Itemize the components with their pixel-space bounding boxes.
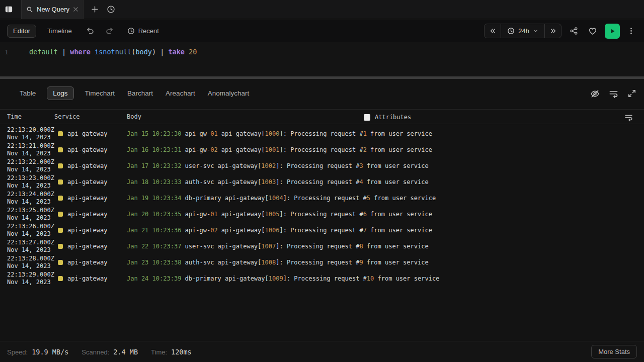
log-body-segment: ]: Processing request # (279, 211, 363, 218)
wrap-lines-button[interactable] (608, 88, 618, 99)
log-row[interactable]: 22:13:23.000ZNov 14, 2023api-gatewayJan … (0, 174, 644, 190)
search-icon (26, 6, 33, 13)
line-number: 1 (0, 48, 17, 56)
log-row[interactable]: 22:13:28.000ZNov 14, 2023api-gatewayJan … (0, 254, 644, 270)
code-token: ) (152, 48, 156, 56)
log-body-segment: ]: Processing request # (279, 146, 363, 153)
log-body-segment: from user service (367, 130, 432, 137)
log-body-segment: 1006 (265, 227, 280, 234)
expand-fullscreen-button[interactable] (627, 88, 637, 99)
log-time: 22:13:28.000Z (7, 255, 54, 263)
log-body-segment: 02 (210, 227, 217, 234)
service-color-dot (58, 163, 63, 168)
view-tab-areachart[interactable]: Areachart (164, 86, 197, 100)
code-token (185, 48, 189, 56)
service-color-dot (58, 244, 63, 249)
redo-button[interactable] (103, 25, 116, 38)
view-tab-anomalychart[interactable]: Anomalychart (206, 86, 251, 100)
undo-button[interactable] (84, 25, 97, 38)
column-header-time[interactable]: Time (0, 113, 54, 120)
log-row[interactable]: 22:13:25.000ZNov 14, 2023api-gatewayJan … (0, 206, 644, 222)
log-body-segment: 5 (367, 195, 370, 202)
log-service-cell: api-gateway (54, 146, 127, 153)
time-range-next-button[interactable] (545, 24, 561, 38)
editor-mode-button[interactable]: Editor (7, 25, 36, 38)
expand-icon (627, 89, 636, 98)
log-body-segment: Jan 21 10:23:36 (127, 227, 181, 234)
log-body-segment: 1007 (261, 243, 276, 250)
service-name: api-gateway (67, 259, 107, 266)
log-row[interactable]: 22:13:20.000ZNov 14, 2023api-gatewayJan … (0, 126, 644, 142)
more-options-button[interactable] (625, 24, 637, 38)
service-name: api-gateway (67, 178, 107, 186)
share-icon (570, 27, 578, 35)
log-body-cell: Jan 20 10:23:35 api-gw-01 api-gateway[10… (127, 211, 644, 218)
log-row[interactable]: 22:13:24.000ZNov 14, 2023api-gatewayJan … (0, 190, 644, 206)
log-body-cell: Jan 23 10:23:38 auth-svc api-gateway[100… (127, 259, 644, 266)
hide-columns-button[interactable] (590, 88, 600, 99)
log-body-segment: Jan 20 10:23:35 (127, 211, 181, 218)
service-name: api-gateway (67, 211, 107, 218)
view-tab-timechart[interactable]: Timechart (84, 86, 117, 100)
log-body-segment: Jan 17 10:23:32 (127, 162, 181, 169)
log-date: Nov 14, 2023 (7, 150, 54, 158)
attributes-toggle[interactable]: Attributes (364, 110, 411, 125)
service-color-dot (58, 147, 63, 152)
log-body-segment: from user service (374, 275, 439, 282)
log-body-segment: 1005 (265, 211, 280, 218)
sidebar-toggle-button[interactable] (0, 0, 17, 19)
recent-button[interactable]: Recent (124, 25, 162, 37)
view-tab-barchart[interactable]: Barchart (126, 86, 154, 100)
view-tab-table[interactable]: Table (18, 86, 37, 100)
eye-off-icon (590, 89, 600, 99)
favorite-button[interactable] (586, 24, 600, 38)
log-service-cell: api-gateway (54, 275, 127, 282)
tab-close-icon[interactable] (73, 6, 78, 14)
code-token: isnotnull (95, 48, 131, 56)
log-body-segment: Jan 16 10:23:31 (127, 146, 181, 153)
time-range-selector[interactable]: 24h (501, 24, 545, 38)
log-row[interactable]: 22:13:22.000ZNov 14, 2023api-gatewayJan … (0, 158, 644, 174)
log-body-segment: 1003 (261, 178, 276, 186)
log-body-cell: Jan 18 10:23:33 auth-svc api-gateway[100… (127, 178, 644, 186)
service-name: api-gateway (67, 162, 107, 169)
log-body-segment: Jan 23 10:23:38 (127, 259, 181, 266)
results-actions (590, 88, 637, 99)
log-body-segment: 02 (210, 146, 217, 153)
log-body-segment: ]: Processing request # (283, 195, 367, 202)
log-row[interactable]: 22:13:26.000ZNov 14, 2023api-gatewayJan … (0, 222, 644, 238)
time-range-prev-button[interactable] (485, 24, 501, 38)
run-query-button[interactable] (605, 24, 620, 39)
history-button[interactable] (104, 3, 118, 17)
log-row[interactable]: 22:13:27.000ZNov 14, 2023api-gatewayJan … (0, 238, 644, 254)
log-time-cell: 22:13:20.000ZNov 14, 2023 (0, 126, 54, 142)
timeline-mode-button[interactable]: Timeline (44, 25, 75, 37)
log-body-segment: 01 (210, 211, 217, 218)
attributes-checkbox[interactable] (364, 114, 370, 121)
header-wrap-button[interactable] (624, 113, 633, 122)
log-row[interactable]: 22:13:29.000ZNov 14, 2023api-gatewayJan … (0, 270, 644, 287)
share-button[interactable] (567, 24, 581, 38)
log-service-cell: api-gateway (54, 243, 127, 250)
query-editor[interactable]: 1 default | where isnotnull(body) | take… (0, 42, 644, 76)
play-icon (608, 27, 616, 35)
view-tab-logs[interactable]: Logs (47, 86, 73, 100)
log-body-cell: Jan 17 10:23:32 user-svc api-gateway[100… (127, 162, 644, 169)
log-body-segment: from user service (367, 146, 432, 153)
log-body-segment: 8 (359, 243, 363, 250)
log-time: 22:13:21.000Z (7, 142, 54, 150)
service-color-dot (58, 260, 63, 265)
log-body-segment: from user service (367, 227, 432, 234)
log-body-segment: 7 (363, 227, 367, 234)
log-body-segment: 1 (363, 130, 367, 137)
heart-icon (588, 27, 597, 36)
log-body-segment: api-gw- (181, 146, 210, 153)
tab-new-query[interactable]: New Query (21, 0, 84, 19)
log-body-segment: 1002 (261, 162, 276, 169)
column-header-service[interactable]: Service (54, 113, 127, 120)
log-row[interactable]: 22:13:21.000ZNov 14, 2023api-gatewayJan … (0, 142, 644, 158)
undo-icon (86, 27, 95, 35)
more-stats-button[interactable]: More Stats (591, 345, 637, 358)
new-tab-button[interactable] (88, 3, 102, 17)
log-body-segment: api-gateway[ (218, 146, 265, 153)
